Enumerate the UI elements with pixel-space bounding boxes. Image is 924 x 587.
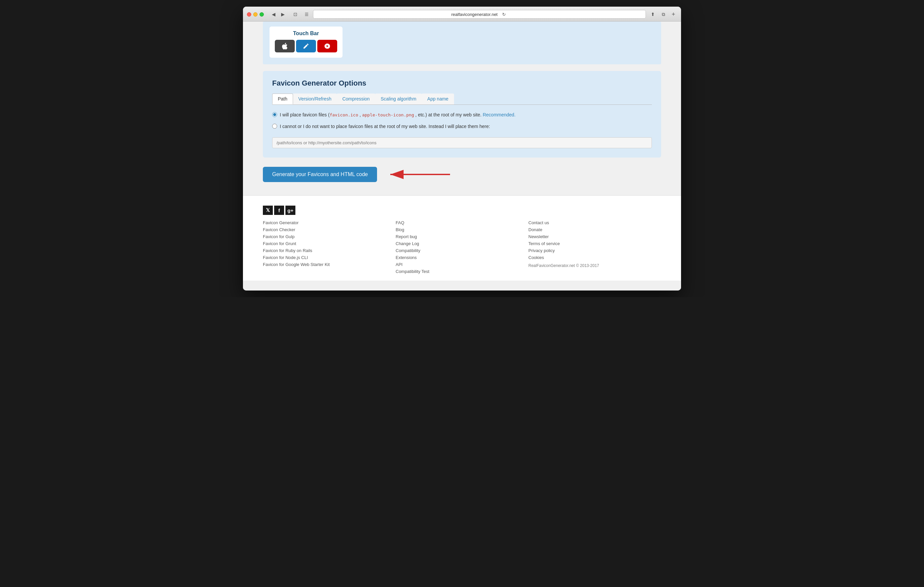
maximize-button[interactable] <box>259 12 264 16</box>
radio-row-1: I will place favicon files (favicon.ico … <box>272 112 652 118</box>
facebook-icon[interactable]: f <box>274 206 284 215</box>
tb-youtube-icon <box>317 40 337 53</box>
radio-custom-path[interactable] <box>272 124 277 129</box>
footer-col-2: FAQ Blog Report bug Change Log Compatibi… <box>396 220 528 274</box>
twitter-icon[interactable]: 𝕏 <box>263 206 273 215</box>
link-contact[interactable]: Contact us <box>528 220 661 225</box>
radio-group: I will place favicon files (favicon.ico … <box>272 112 652 148</box>
link-favicon-gulp[interactable]: Favicon for Gulp <box>263 234 396 239</box>
path-input[interactable] <box>272 137 652 148</box>
minimize-button[interactable] <box>253 12 257 16</box>
address-bar-container: ☰ realfavicongenerator.net ↻ <box>302 10 646 18</box>
link-change-log[interactable]: Change Log <box>396 241 528 246</box>
link-favicon-generator[interactable]: Favicon Generator <box>263 220 396 225</box>
link-donate[interactable]: Donate <box>528 227 661 232</box>
share-button[interactable]: ⬆ <box>648 11 657 18</box>
browser-window: ◀ ▶ ⊡ ☰ realfavicongenerator.net ↻ ⬆ ⧉ +… <box>243 7 681 291</box>
link-compatibility-test[interactable]: Compatibility Test <box>396 269 528 274</box>
link-faq[interactable]: FAQ <box>396 220 528 225</box>
tb-apple-icon <box>275 40 295 53</box>
clone-button[interactable]: ⧉ <box>659 11 668 18</box>
copyright-text: RealFaviconGenerator.net © 2013-2017 <box>528 263 661 268</box>
link-favicon-ruby[interactable]: Favicon for Ruby on Rails <box>263 248 396 253</box>
arrow-container <box>387 168 454 181</box>
back-button[interactable]: ◀ <box>269 11 278 18</box>
link-report-bug[interactable]: Report bug <box>396 234 528 239</box>
tab-path[interactable]: Path <box>272 94 293 104</box>
new-tab-button[interactable]: + <box>670 11 677 18</box>
menu-icon[interactable]: ☰ <box>302 11 311 18</box>
link-compatibility[interactable]: Compatibility <box>396 248 528 253</box>
browser-actions: ⬆ ⧉ + <box>648 11 677 18</box>
code-favicon-ico: favicon.ico <box>330 112 358 117</box>
arrow-icon <box>387 168 454 181</box>
link-newsletter[interactable]: Newsletter <box>528 234 661 239</box>
footer: 𝕏 f g+ Favicon Generator Favicon Checker… <box>243 195 681 281</box>
tb-pen-icon <box>296 40 316 53</box>
generate-button[interactable]: Generate your Favicons and HTML code <box>263 167 377 182</box>
link-blog[interactable]: Blog <box>396 227 528 232</box>
link-privacy[interactable]: Privacy policy <box>528 248 661 253</box>
footer-grid: Favicon Generator Favicon Checker Favico… <box>263 220 661 274</box>
link-favicon-gwsk[interactable]: Favicon for Google Web Starter Kit <box>263 262 396 267</box>
reload-button[interactable]: ↻ <box>500 11 507 18</box>
link-favicon-grunt[interactable]: Favicon for Grunt <box>263 241 396 246</box>
touch-bar-icons <box>275 40 337 53</box>
close-button[interactable] <box>247 12 251 16</box>
radio-label-1: I will place favicon files (favicon.ico … <box>280 112 515 118</box>
nav-buttons: ◀ ▶ <box>269 11 287 18</box>
link-favicon-checker[interactable]: Favicon Checker <box>263 227 396 232</box>
touch-bar-title: Touch Bar <box>275 31 337 36</box>
options-title: Favicon Generator Options <box>272 79 652 87</box>
url-text: realfavicongenerator.net <box>451 12 498 17</box>
touch-bar-preview: Touch Bar <box>269 26 343 58</box>
radio-root[interactable] <box>272 112 277 117</box>
address-bar[interactable]: realfavicongenerator.net ↻ <box>313 10 646 18</box>
link-api[interactable]: API <box>396 262 528 267</box>
link-terms[interactable]: Terms of service <box>528 241 661 246</box>
traffic-lights <box>247 12 264 16</box>
generate-section: Generate your Favicons and HTML code <box>263 167 661 182</box>
recommended-label: Recommended. <box>483 112 515 117</box>
tab-compression[interactable]: Compression <box>337 94 375 104</box>
tab-version-refresh[interactable]: Version/Refresh <box>293 94 337 104</box>
tab-scaling-algorithm[interactable]: Scaling algorithm <box>375 94 422 104</box>
forward-button[interactable]: ▶ <box>279 11 287 18</box>
radio-label-2: I cannot or I do not want to place favic… <box>280 123 490 130</box>
tabs-container: Path Version/Refresh Compression Scaling… <box>272 94 652 105</box>
touch-bar-section: Touch Bar <box>263 21 661 64</box>
page-content: Touch Bar <box>243 21 681 291</box>
options-section: Favicon Generator Options Path Version/R… <box>263 71 661 158</box>
code-apple-touch: apple-touch-icon.png <box>362 112 414 117</box>
link-favicon-nodejs[interactable]: Favicon for Node.js CLI <box>263 255 396 260</box>
social-icons: 𝕏 f g+ <box>263 206 661 215</box>
footer-col-1: Favicon Generator Favicon Checker Favico… <box>263 220 396 274</box>
radio-row-2: I cannot or I do not want to place favic… <box>272 123 652 130</box>
footer-col-3: Contact us Donate Newsletter Terms of se… <box>528 220 661 274</box>
tab-app-name[interactable]: App name <box>421 94 454 104</box>
link-cookies[interactable]: Cookies <box>528 255 661 260</box>
browser-chrome: ◀ ▶ ⊡ ☰ realfavicongenerator.net ↻ ⬆ ⧉ + <box>243 7 681 21</box>
tab-button[interactable]: ⊡ <box>291 11 300 18</box>
googleplus-icon[interactable]: g+ <box>285 206 295 215</box>
link-extensions[interactable]: Extensions <box>396 255 528 260</box>
